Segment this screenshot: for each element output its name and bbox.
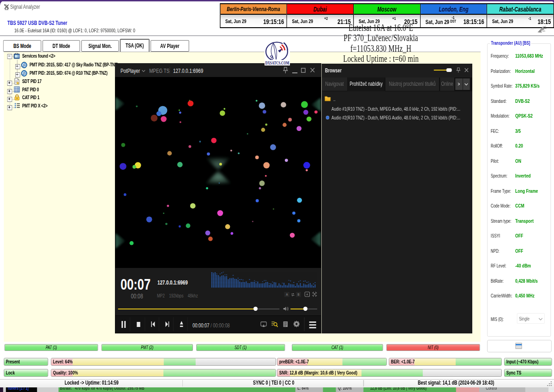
- svg-text:ds: ds: [542, 30, 545, 32]
- svg-text:DXSATCS.COM: DXSATCS.COM: [265, 60, 289, 65]
